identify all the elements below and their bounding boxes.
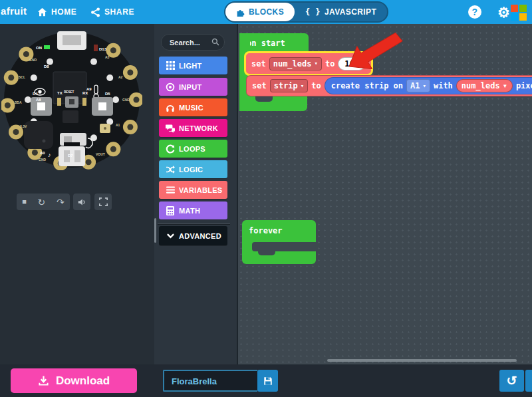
svg-text:A3: A3 — [105, 55, 110, 59]
set-strip-block[interactable]: set strip ▾ to create strip on A1 ▾ with… — [246, 75, 532, 96]
category-math[interactable]: MATH — [159, 201, 227, 219]
help-button[interactable]: ? — [463, 0, 487, 24]
power-led — [44, 45, 50, 49]
category-label: MATH — [179, 207, 200, 215]
save-icon — [263, 376, 273, 386]
circuit-playground-board[interactable]: ♪ ON D13 D8 A8 A9 D4 TX RESET RX D5 A0 D… — [1, 29, 142, 170]
bottombar: Download ↺ ↻ — [0, 364, 532, 397]
svg-text:GND: GND — [39, 158, 47, 162]
num-leds-dropdown[interactable]: num_leds ▾ — [269, 57, 322, 70]
tab-blocks[interactable]: BLOCKS — [225, 3, 295, 21]
category-input[interactable]: INPUT — [159, 78, 227, 96]
fullscreen-button[interactable] — [94, 194, 112, 210]
set-num-leds-block[interactable]: set num_leds ▾ to 160 — [244, 51, 373, 76]
restart-icon[interactable]: ↻ — [38, 198, 46, 207]
ms-blue-square — [511, 13, 518, 21]
simulator-panel: ♪ ON D13 D8 A8 A9 D4 TX RESET RX D5 A0 D… — [0, 24, 154, 364]
topbar: afruit HOME SHARE BLOCKS { } — [0, 0, 532, 24]
category-variables[interactable]: VARIABLES — [159, 181, 227, 199]
svg-text:D7: D7 — [68, 154, 73, 158]
tab-javascript-label: JAVASCRIPT — [325, 7, 376, 17]
svg-text:SCL: SCL — [19, 75, 25, 79]
toolbox-scrollbar[interactable] — [154, 218, 156, 243]
speaker-icon — [77, 198, 86, 207]
set-keyword: set — [251, 59, 266, 68]
music-note-icon: ♪ — [48, 152, 51, 158]
save-button[interactable] — [257, 370, 278, 392]
headphones-icon — [165, 102, 176, 113]
create-strip-block[interactable]: create strip on A1 ▾ with num_leds ▾ pix… — [325, 77, 532, 94]
num-leds-variable-pill[interactable]: num_leds ▾ — [456, 79, 513, 92]
forever-label: forever — [249, 226, 283, 235]
tab-javascript[interactable]: { } JAVASCRIPT — [295, 3, 387, 21]
speaker — [24, 121, 53, 149]
home-button[interactable]: HOME — [32, 0, 82, 24]
create-strip-label: create strip on — [331, 81, 403, 90]
stop-icon[interactable]: ■ — [22, 198, 27, 205]
chevron-down-icon — [165, 231, 176, 241]
fullscreen-icon — [99, 198, 108, 206]
editor-toggle: BLOCKS { } JAVASCRIPT — [224, 1, 388, 23]
svg-text:SDA: SDA — [15, 100, 22, 104]
svg-text:3.3V: 3.3V — [20, 124, 27, 128]
pixels-label: pixels — [516, 81, 532, 90]
help-icon: ? — [468, 5, 481, 19]
ms-yellow-square — [519, 13, 527, 21]
with-keyword: with — [434, 81, 453, 90]
list-icon — [165, 185, 176, 196]
search-input[interactable] — [168, 35, 212, 50]
download-icon — [38, 375, 49, 386]
category-logic[interactable]: LOGIC — [159, 160, 227, 178]
category-label: LOOPS — [179, 145, 205, 153]
ms-green-square — [519, 5, 527, 12]
set-keyword: set — [252, 81, 267, 90]
svg-text:D8: D8 — [44, 65, 49, 68]
target-icon — [165, 82, 176, 92]
calculator-icon — [165, 205, 176, 216]
undo-button[interactable]: ↺ — [499, 370, 524, 392]
svg-text:VOUT: VOUT — [96, 152, 105, 156]
share-button[interactable]: SHARE — [85, 0, 140, 24]
category-label: ADVANCED — [179, 232, 221, 240]
grid-icon — [165, 61, 176, 71]
svg-text:A2: A2 — [118, 75, 123, 79]
pin-dropdown[interactable]: A1 ▾ — [406, 79, 430, 92]
svg-text:RESET: RESET — [64, 90, 74, 94]
share-label: SHARE — [104, 7, 134, 17]
on-start-foot — [239, 96, 307, 111]
category-light[interactable]: LIGHT — [159, 57, 227, 74]
redo-button[interactable]: ↻ — [525, 370, 532, 392]
category-label: INPUT — [179, 83, 202, 91]
toolbox: LIGHT INPUT MUSIC N — [154, 24, 238, 364]
to-keyword: to — [311, 81, 321, 90]
slowmo-icon[interactable]: ↷ — [57, 198, 65, 207]
svg-text:TX: TX — [57, 91, 63, 95]
mute-button[interactable] — [73, 194, 90, 210]
horizontal-scrollbar[interactable] — [327, 359, 517, 362]
category-advanced[interactable]: ADVANCED — [159, 226, 227, 245]
strip-dropdown[interactable]: strip ▾ — [270, 79, 309, 92]
adafruit-logo[interactable]: afruit — [1, 5, 27, 17]
shuffle-icon — [165, 164, 176, 175]
forever-notch — [258, 249, 275, 255]
number-value-field[interactable]: 160 — [338, 57, 366, 70]
filename-input[interactable] — [170, 372, 253, 390]
on-start-notch — [255, 96, 273, 102]
search-box — [161, 34, 225, 51]
download-button[interactable]: Download — [11, 368, 137, 393]
d13-led — [94, 45, 98, 51]
ms-red-square — [511, 5, 518, 12]
category-music[interactable]: MUSIC — [159, 98, 227, 116]
category-label: MUSIC — [179, 104, 203, 112]
svg-text:A8: A8 — [36, 98, 41, 102]
chat-bubbles-icon — [165, 123, 176, 134]
category-network[interactable]: NETWORK — [159, 119, 227, 137]
sim-controls-group: ■ ↻ ↷ — [17, 194, 70, 210]
undo-icon: ↺ — [507, 373, 517, 388]
blocks-workspace[interactable]: on start set num_leds ▾ to 160 set strip — [238, 24, 532, 364]
dropdown-arrow-icon: ▾ — [423, 83, 426, 89]
variable-name: strip — [274, 81, 298, 90]
download-label: Download — [56, 374, 110, 388]
category-loops[interactable]: LOOPS — [159, 140, 227, 158]
puzzle-icon — [236, 8, 245, 17]
